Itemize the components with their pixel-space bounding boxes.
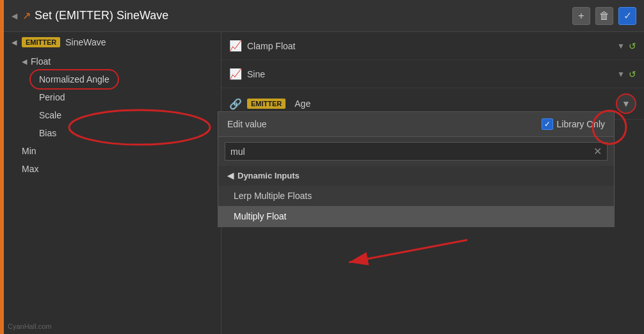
emitter-badge-age: EMITTER xyxy=(247,99,286,109)
delete-button[interactable]: 🗑 xyxy=(595,7,613,25)
emitter-collapse-icon: ◀ xyxy=(12,38,17,47)
age-controls: ▼ xyxy=(616,93,636,114)
header-actions: + 🗑 ✓ xyxy=(572,7,636,25)
bias-item[interactable]: Bias xyxy=(4,124,221,142)
clamp-float-row: 📈 Clamp Float ▼ ↺ xyxy=(221,32,644,60)
link-icon: 🔗 xyxy=(229,98,242,110)
scale-item[interactable]: Scale xyxy=(4,106,221,124)
dynamic-inputs-collapse-icon: ◀ xyxy=(227,171,234,180)
clamp-float-controls: ▼ ↺ xyxy=(617,41,636,51)
sine-icon: 📈 xyxy=(229,68,242,80)
library-only-label: Library Only xyxy=(557,119,605,129)
age-label: Age xyxy=(294,99,611,109)
edit-popup: Edit value ✓ Library Only ✕ ◀ Dynamic In… xyxy=(218,111,615,227)
emitter-name: SineWave xyxy=(65,37,106,47)
add-button[interactable]: + xyxy=(572,7,590,25)
dynamic-inputs-label: Dynamic Inputs xyxy=(237,171,300,180)
sine-row: 📈 Sine ▼ ↺ xyxy=(221,60,644,88)
normalized-angle-item[interactable]: Normalized Angle xyxy=(4,70,221,88)
sine-controls: ▼ ↺ xyxy=(617,69,636,79)
float-collapse-icon: ◀ xyxy=(22,58,27,66)
min-item[interactable]: Min xyxy=(4,142,221,160)
clamp-float-label: Clamp Float xyxy=(247,41,612,51)
collapse-arrow-icon: ◀ xyxy=(12,12,17,20)
float-row: ◀ Float xyxy=(4,52,221,70)
library-only-container: ✓ Library Only xyxy=(542,118,605,130)
search-row: ✕ xyxy=(218,137,614,166)
dropdown-chevron-icon: ▼ xyxy=(622,99,631,109)
emitter-row: ◀ EMITTER SineWave xyxy=(4,32,221,52)
dynamic-inputs-header: ◀ Dynamic Inputs xyxy=(218,166,614,186)
lerp-multiple-floats-item[interactable]: Lerp Multiple Floats xyxy=(218,186,614,206)
clamp-float-icon: 📈 xyxy=(229,40,242,52)
left-panel: ◀ EMITTER SineWave ◀ Float Normalized An… xyxy=(4,32,221,334)
check-button[interactable]: ✓ xyxy=(618,7,636,25)
float-label: Float xyxy=(31,56,51,67)
node-title: Set (EMITTER) SineWave xyxy=(35,9,572,22)
edit-popup-title: Edit value xyxy=(227,119,542,129)
clear-search-button[interactable]: ✕ xyxy=(593,145,602,157)
set-node-icon: ↗ xyxy=(22,10,31,22)
sine-dropdown-icon[interactable]: ▼ xyxy=(617,70,625,79)
edit-popup-header: Edit value ✓ Library Only xyxy=(218,112,614,137)
search-input[interactable] xyxy=(230,147,593,157)
normalized-angle-label: Normalized Angle xyxy=(39,74,109,84)
clamp-dropdown-icon[interactable]: ▼ xyxy=(617,42,625,51)
period-item[interactable]: Period xyxy=(4,88,221,106)
header-row: ◀ ↗ Set (EMITTER) SineWave + 🗑 ✓ xyxy=(4,0,644,32)
clamp-reset-icon[interactable]: ↺ xyxy=(629,41,636,51)
watermark: CyanHall.com xyxy=(8,322,51,330)
emitter-badge: EMITTER xyxy=(22,37,60,47)
multiply-float-item[interactable]: Multiply Float xyxy=(218,206,614,227)
max-item[interactable]: Max xyxy=(4,160,221,178)
sine-reset-icon[interactable]: ↺ xyxy=(629,69,636,79)
age-dropdown-button[interactable]: ▼ xyxy=(616,93,636,114)
search-input-container: ✕ xyxy=(225,142,608,161)
sine-label: Sine xyxy=(247,69,612,79)
library-only-checkbox[interactable]: ✓ xyxy=(542,118,553,130)
